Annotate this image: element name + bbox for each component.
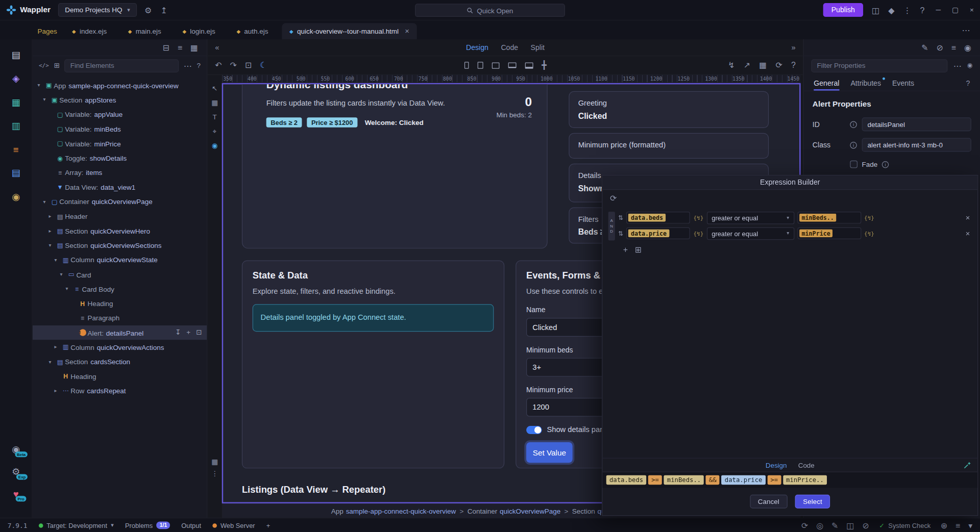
tree-row[interactable]: !Alert:detailsPanel↧+⊡ (33, 325, 207, 340)
add-condition-icon[interactable]: + (623, 245, 628, 254)
tree-caret-icon[interactable]: ▸ (49, 214, 55, 219)
text-tool-icon[interactable]: T (212, 114, 216, 120)
laptop-preview-icon[interactable] (508, 62, 516, 68)
list-view-icon[interactable]: ≡ (178, 43, 182, 52)
collapse-right-icon[interactable]: » (792, 43, 796, 52)
chevron-down-icon[interactable]: ▾ (968, 521, 972, 529)
editor-tab[interactable]: ◆index.ejs (64, 23, 114, 39)
tree-caret-icon[interactable]: ▾ (43, 97, 49, 103)
help-icon[interactable]: ? (920, 6, 925, 14)
bindings-icon[interactable]: ↯ (728, 61, 734, 69)
tree-row[interactable]: ▢Variable:minPrice (33, 136, 207, 151)
deploy-icon[interactable]: ↥ (160, 6, 167, 14)
data-picker-icon[interactable]: {↯} (864, 230, 874, 236)
select-tool-icon[interactable]: ↖ (212, 85, 217, 92)
dark-mode-icon[interactable]: ☾ (260, 61, 267, 69)
breadcrumb-item[interactable]: ContainerquickOverviewPage (468, 507, 560, 515)
breadcrumb-item[interactable]: Appsample-app-connect-quick-overview (331, 507, 456, 515)
props-more-icon[interactable]: ⋯ (953, 62, 962, 70)
styles-icon[interactable]: ▤ (12, 167, 20, 179)
tree-row[interactable]: HHeading (33, 369, 207, 384)
tree-row[interactable]: ▾≡Card Body (33, 282, 207, 296)
tree-row[interactable]: ▾▢ContainerquickOverviewPage (33, 194, 207, 209)
editor-tab[interactable]: ◆quick-overview--tour-manual.html× (282, 23, 416, 39)
phone-preview-icon[interactable] (464, 62, 469, 68)
workflows-icon[interactable]: ◈ (12, 73, 19, 84)
settings-icon[interactable]: ⚙ (144, 6, 152, 14)
tree-row[interactable]: ▢Variable:minBeds (33, 122, 207, 137)
set-value-button[interactable]: Set Value (526, 442, 573, 463)
tree-row[interactable]: ▾▤SectioncardsSection (33, 354, 207, 369)
pro-heart-icon[interactable]: ♥Pro (13, 489, 19, 499)
operator-select[interactable]: greater or equal▾ (706, 227, 794, 239)
tree-row[interactable]: ▼Data View:data_view1 (33, 180, 207, 195)
tree-row[interactable]: ▾▤SectionquickOverviewSections (33, 238, 207, 253)
tree-caret-icon[interactable]: ▾ (49, 243, 55, 248)
grid-tool-icon[interactable]: ▦ (211, 99, 218, 106)
add-icon[interactable]: + (186, 328, 190, 337)
split-icon[interactable]: ◫ (846, 521, 854, 529)
refresh-icon[interactable]: ⟳ (775, 61, 782, 69)
list-icon[interactable]: ≡ (951, 43, 956, 52)
redo-icon[interactable]: ↷ (230, 61, 237, 69)
inspect-icon[interactable]: ◎ (816, 521, 823, 529)
edit-icon[interactable]: ✎ (831, 521, 838, 529)
tree-caret-icon[interactable]: ▾ (60, 272, 66, 277)
data-picker-icon[interactable]: {↯} (864, 215, 874, 221)
layout-panels-icon[interactable]: ◫ (872, 6, 879, 14)
settings-gear-icon[interactable]: ⚙Exp (12, 466, 20, 477)
system-check-button[interactable]: ✓ System Check (879, 521, 930, 529)
tab-events[interactable]: Events (892, 75, 914, 91)
drag-handle-icon[interactable]: ⇅ (618, 230, 623, 237)
help-icon[interactable]: ? (197, 62, 201, 69)
add-icon[interactable]: ⊕ (941, 521, 947, 529)
screenshot-icon[interactable]: ⊡ (245, 61, 252, 69)
editor-tab[interactable]: ◆main.ejs (120, 23, 168, 39)
remove-condition-icon[interactable]: × (966, 229, 972, 238)
web-server-status[interactable]: Web Server (212, 521, 255, 529)
drag-dots-icon[interactable]: ⋮ (211, 470, 218, 477)
unlink-icon[interactable]: ⊘ (936, 43, 943, 52)
menu-icon[interactable]: ≡ (955, 521, 960, 529)
help-icon[interactable]: ? (791, 61, 796, 69)
project-selector[interactable]: Demo Projects HQ ▾ (58, 3, 137, 17)
grid-icon[interactable]: ▦ (759, 61, 767, 69)
tree-caret-icon[interactable]: ▸ (49, 228, 55, 234)
problems-button[interactable]: Problems 1/1 (125, 521, 170, 529)
tab-attributes[interactable]: Attributes (850, 75, 880, 91)
show-details-toggle[interactable] (526, 425, 542, 434)
help-icon[interactable]: ? (966, 79, 970, 87)
tree-row[interactable]: ▾▣Appsample-app-connect-quick-overview (33, 78, 207, 93)
find-elements-input[interactable] (65, 59, 179, 72)
account-icon[interactable]: ◉Beta (12, 443, 20, 454)
components-icon[interactable]: ▦ (12, 97, 20, 108)
view-mode-code[interactable]: Code (501, 44, 518, 52)
group-operator-and[interactable]: AND (608, 212, 615, 240)
right-operand-field[interactable]: minBeds.. (797, 212, 861, 223)
fade-checkbox[interactable] (850, 161, 857, 168)
open-browser-icon[interactable]: ↗ (744, 61, 750, 69)
sync-icon[interactable]: ⟳ (801, 521, 808, 529)
tree-caret-icon[interactable]: ▾ (37, 83, 43, 88)
quick-open-search[interactable]: Quick Open (415, 4, 565, 17)
tree-row[interactable]: ▾▥ColumnquickOverviewState (33, 252, 207, 267)
tree-caret-icon[interactable]: ▾ (49, 359, 55, 365)
output-button[interactable]: Output (181, 521, 201, 529)
collapse-all-icon[interactable]: ⊟ (163, 43, 169, 52)
tablet-small-preview-icon[interactable] (477, 62, 483, 68)
eb-tab-code[interactable]: Code (798, 461, 815, 469)
grid-view-icon[interactable]: ▦ (190, 43, 198, 52)
tree-row[interactable]: ≡Array:items (33, 165, 207, 180)
grid-handle-icon[interactable]: ▦ (211, 459, 218, 465)
data-picker-icon[interactable]: {↯} (693, 230, 703, 236)
clear-icon[interactable]: ⊘ (862, 521, 869, 529)
tree-row[interactable]: ▾▭Card (33, 267, 207, 282)
select-button[interactable]: Select (795, 495, 830, 509)
whats-new-icon[interactable]: ◆ (888, 6, 894, 14)
target-tool-icon[interactable]: ⌖ (213, 128, 217, 135)
tree-caret-icon[interactable]: ▾ (55, 257, 61, 263)
visibility-icon[interactable]: ◉ (212, 142, 218, 149)
cancel-button[interactable]: Cancel (750, 495, 788, 509)
tree-row[interactable]: ▾▣SectionappStores (33, 93, 207, 108)
statusbar-add-icon[interactable]: + (266, 521, 271, 529)
